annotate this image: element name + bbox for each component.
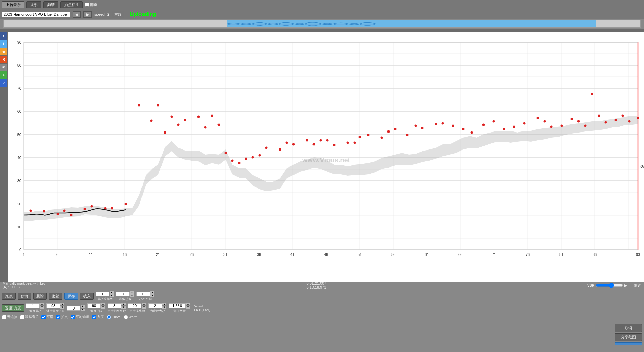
svg-text:31: 31 (223, 252, 227, 257)
worm-radio[interactable]: Worm (124, 315, 137, 319)
next-btn[interactable]: ▶ (83, 11, 92, 18)
beat-mark-btn[interactable]: 抽点标注 (60, 1, 83, 8)
svg-point-138 (622, 115, 624, 117)
max-sample-down[interactable]: ▼ (130, 294, 134, 297)
svg-point-119 (452, 125, 454, 127)
vbr-arrow[interactable]: ▶ (624, 283, 627, 288)
r2-input5[interactable] (108, 303, 121, 308)
bottom-controls: 拖拽 移动 删除 撤销 保存 载入 ▲ ▼ 最小采样数 ▲ ▼ (0, 289, 644, 352)
max-sample-input[interactable] (116, 292, 130, 296)
prev-btn[interactable]: ◀ (73, 11, 81, 18)
smooth-up[interactable]: ▲ (150, 291, 155, 294)
min-sample-input[interactable] (96, 292, 109, 296)
r2-input8[interactable] (169, 303, 186, 308)
min-sample-up[interactable]: ▲ (109, 291, 114, 294)
facebook-btn[interactable]: f (0, 32, 7, 40)
yidong-btn[interactable]: 移动 (18, 293, 31, 300)
page-flip-checkbox[interactable]: 翻页 (85, 2, 97, 7)
svg-text:86: 86 (593, 252, 597, 257)
r2-input7[interactable] (148, 303, 162, 308)
svg-text:6: 6 (56, 252, 58, 257)
smooth-spin[interactable]: ▲ ▼ (150, 291, 155, 297)
curve-radio[interactable]: Curve (107, 315, 121, 319)
zairu-btn[interactable]: 载入 (80, 293, 94, 300)
shanchu-btn[interactable]: 删除 (33, 293, 47, 300)
mail-btn[interactable]: ✉ (0, 64, 7, 71)
svg-point-115 (415, 125, 417, 127)
top-toolbar: 上传音乐 波形 频谱 抽点标注 翻页 (0, 0, 644, 10)
svg-point-97 (259, 154, 261, 157)
status-left: Manually mark beat with key (A, S, D, F) (3, 282, 45, 289)
svg-point-135 (598, 115, 600, 117)
smooth-down[interactable]: ▼ (150, 294, 155, 297)
r2-g3: ▲ ▼ (67, 305, 85, 311)
svg-text:50: 50 (17, 133, 21, 137)
help-btn[interactable]: ? (0, 79, 7, 87)
r2-input2[interactable] (46, 303, 60, 308)
twitter-btn[interactable]: t (0, 40, 7, 48)
r2-g1: ▲ ▼ 速度最小 (26, 303, 44, 313)
svg-point-94 (238, 162, 241, 164)
star-btn[interactable]: ★ (0, 48, 7, 55)
svg-point-137 (615, 119, 617, 121)
flat-check[interactable]: 平滑 (41, 315, 53, 319)
link-sound-check[interactable]: 跟踪音乐 (20, 315, 39, 319)
plus-btn[interactable]: + (0, 71, 7, 79)
svg-point-93 (231, 160, 234, 162)
svg-text:81: 81 (559, 252, 563, 257)
avg-speed-check[interactable]: 平均速度 (71, 315, 89, 319)
speed-force-btn[interactable]: 速度·力度 (2, 304, 24, 312)
tuozhan-btn[interactable]: 拖拽 (2, 293, 16, 300)
r2-input6[interactable] (128, 303, 141, 308)
svg-point-71 (30, 210, 32, 212)
svg-point-74 (63, 210, 66, 212)
waveform-container[interactable] (3, 20, 641, 28)
unknown-btn[interactable] (615, 342, 642, 345)
upload-music-btn[interactable]: 上传音乐 (2, 1, 24, 8)
share-btn[interactable]: 分享截图 (615, 333, 642, 341)
r2-input4[interactable] (87, 303, 101, 308)
r2-g4: ▲ ▼ 速度上限 (87, 303, 106, 313)
svg-point-129 (550, 126, 553, 128)
r2-g2: ▲ ▼ 速度最大下限 (46, 303, 65, 313)
min-sample-label: 最小采样数 (97, 297, 113, 301)
chexiao-btn[interactable]: 撤销 (49, 293, 62, 300)
zhuyin-btn[interactable]: 主旋 (112, 11, 124, 18)
svg-point-79 (111, 207, 113, 210)
svg-point-121 (471, 131, 473, 134)
waveform-cursor (405, 20, 405, 27)
r2-input3[interactable] (67, 306, 80, 311)
file-name-input[interactable] (2, 12, 70, 17)
status-lyrics-btn[interactable]: 歌词 (634, 283, 641, 288)
svg-point-75 (70, 214, 73, 216)
min-sample-down[interactable]: ▼ (109, 294, 114, 297)
svg-point-76 (84, 208, 86, 210)
default-val: 1.686(1 bar) (194, 308, 210, 312)
max-sample-up[interactable]: ▲ (130, 291, 134, 294)
waveform-btn[interactable]: 波形 (26, 1, 41, 8)
svg-point-101 (292, 143, 295, 146)
ctrl-row1: 拖拽 移动 删除 撤销 保存 载入 ▲ ▼ 最小采样数 ▲ ▼ (2, 291, 642, 301)
svg-point-91 (218, 124, 220, 126)
main-chart[interactable]: www.Vmus.net (8, 32, 644, 287)
smooth-input[interactable] (136, 292, 150, 296)
beat-check[interactable]: 拍点 (56, 315, 68, 319)
status-time: 0:01:21.007 0:10:18.971 (52, 281, 581, 289)
svg-text:80: 80 (17, 63, 21, 67)
min-sample-spin[interactable]: ▲ ▼ (109, 291, 114, 297)
no-trace-check[interactable]: 无连接 (2, 315, 17, 319)
svg-point-106 (333, 144, 336, 146)
svg-point-102 (306, 139, 308, 142)
r2-g6: ▲ ▼ 力度连线程 (128, 303, 146, 313)
lyrics-btn[interactable]: 歌词 (615, 324, 642, 332)
svg-point-111 (381, 137, 383, 139)
vbr-slider[interactable] (596, 283, 623, 288)
force-check[interactable]: 力度 (92, 315, 104, 319)
r2-input1[interactable] (26, 303, 40, 308)
rss-btn[interactable]: R (0, 56, 7, 63)
baocun-btn[interactable]: 保存 (64, 293, 78, 300)
svg-point-82 (150, 120, 153, 122)
spectrum-btn[interactable]: 频谱 (43, 1, 58, 8)
waveform-blue-region[interactable] (227, 20, 596, 27)
max-sample-spin[interactable]: ▲ ▼ (130, 291, 134, 297)
